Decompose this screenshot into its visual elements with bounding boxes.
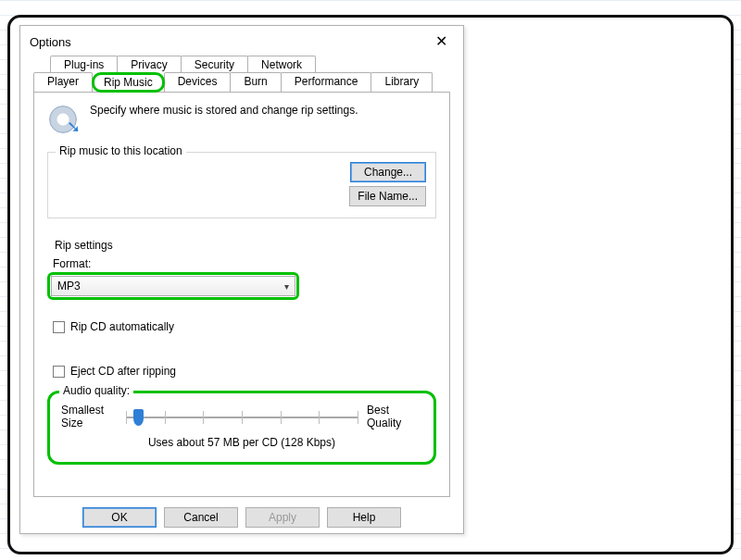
tab-privacy[interactable]: Privacy bbox=[117, 56, 181, 73]
audio-quality-group: Audio quality: Smallest Size bbox=[47, 391, 436, 465]
intro-text: Specify where music is stored and change… bbox=[90, 104, 358, 117]
intro-row: ➘ Specify where music is stored and chan… bbox=[47, 102, 436, 146]
location-legend: Rip music to this location bbox=[56, 144, 186, 157]
help-button[interactable]: Help bbox=[327, 507, 401, 528]
filename-button[interactable]: File Name... bbox=[349, 186, 426, 206]
eject-checkbox[interactable] bbox=[53, 366, 65, 378]
location-group: Rip music to this location Change... Fil… bbox=[47, 152, 436, 218]
audio-usage-text: Uses about 57 MB per CD (128 Kbps) bbox=[61, 436, 422, 449]
tab-row-lower: Player Rip Music Devices Burn Performanc… bbox=[33, 72, 450, 93]
tab-plugins[interactable]: Plug-ins bbox=[50, 56, 118, 73]
auto-rip-checkbox[interactable] bbox=[53, 321, 65, 333]
tab-row-upper: Plug-ins Privacy Security Network bbox=[50, 56, 450, 73]
format-value: MP3 bbox=[57, 280, 81, 292]
format-label: Format: bbox=[53, 257, 436, 270]
slider-right-label: Best Quality bbox=[367, 404, 422, 430]
eject-row[interactable]: Eject CD after ripping bbox=[53, 365, 436, 378]
tab-strip: Plug-ins Privacy Security Network Player… bbox=[20, 56, 463, 497]
ok-button[interactable]: OK bbox=[82, 507, 157, 528]
tab-panel: ➘ Specify where music is stored and chan… bbox=[33, 92, 450, 497]
tab-network[interactable]: Network bbox=[247, 56, 316, 73]
options-dialog: Options ✕ Plug-ins Privacy Security Netw… bbox=[19, 25, 464, 534]
audio-quality-slider[interactable] bbox=[126, 404, 358, 430]
tab-security[interactable]: Security bbox=[181, 56, 248, 73]
rip-settings-legend: Rip settings bbox=[51, 239, 117, 252]
tab-library[interactable]: Library bbox=[370, 72, 433, 93]
chevron-down-icon: ▾ bbox=[284, 281, 289, 292]
tab-burn[interactable]: Burn bbox=[230, 72, 281, 93]
format-select[interactable]: MP3 ▾ bbox=[51, 276, 295, 296]
format-select-highlight: MP3 ▾ bbox=[47, 272, 299, 300]
rip-settings-group: Rip settings Format: MP3 ▾ Rip CD automa… bbox=[47, 239, 436, 465]
titlebar: Options ✕ bbox=[20, 26, 463, 56]
audio-quality-legend: Audio quality: bbox=[59, 384, 133, 397]
close-button[interactable]: ✕ bbox=[426, 31, 456, 52]
audio-quality-slider-row: Smallest Size bbox=[61, 404, 422, 430]
tab-rip-music[interactable]: Rip Music bbox=[92, 72, 165, 93]
screenshot-frame: Options ✕ Plug-ins Privacy Security Netw… bbox=[7, 15, 734, 554]
auto-rip-label: Rip CD automatically bbox=[70, 320, 174, 333]
change-button[interactable]: Change... bbox=[350, 162, 426, 182]
cancel-button[interactable]: Cancel bbox=[164, 507, 238, 528]
tab-performance[interactable]: Performance bbox=[281, 72, 372, 93]
auto-rip-row[interactable]: Rip CD automatically bbox=[53, 320, 436, 333]
tab-player[interactable]: Player bbox=[33, 72, 93, 93]
window-title: Options bbox=[30, 35, 71, 49]
dialog-button-row: OK Cancel Apply Help bbox=[20, 507, 463, 528]
eject-label: Eject CD after ripping bbox=[70, 365, 176, 378]
apply-button[interactable]: Apply bbox=[245, 507, 320, 528]
slider-left-label: Smallest Size bbox=[61, 404, 117, 430]
close-icon: ✕ bbox=[435, 34, 447, 49]
slider-thumb[interactable] bbox=[133, 409, 144, 426]
rip-cd-icon: ➘ bbox=[47, 104, 81, 137]
tab-devices[interactable]: Devices bbox=[164, 72, 232, 93]
